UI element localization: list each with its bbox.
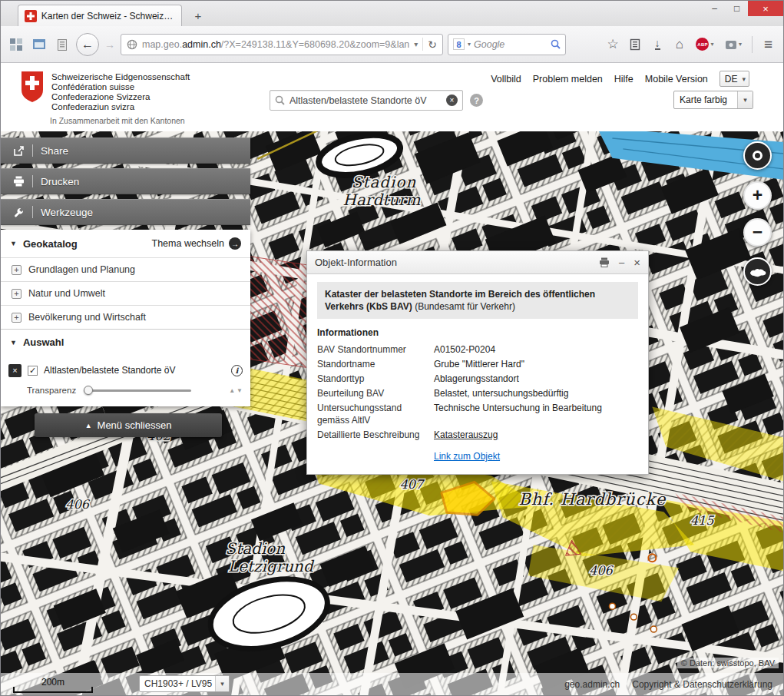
geoadmin-app: Stadion Hardturm Stadion Letzigrund Bhf.… <box>1 63 783 696</box>
menu-icon[interactable]: ≡ <box>759 35 777 54</box>
reload-button[interactable]: ↻ <box>428 38 437 51</box>
change-theme-link[interactable]: Thema wechseln → <box>152 237 242 250</box>
window-preview-icon[interactable] <box>30 35 48 54</box>
chevron-down-icon[interactable]: ▼ <box>10 339 17 346</box>
link-mobile-version[interactable]: Mobile Version <box>645 74 708 85</box>
clear-search-icon[interactable]: × <box>446 94 458 106</box>
transparency-label: Transparenz <box>27 386 76 395</box>
map-search-input[interactable] <box>289 95 442 106</box>
logo-text: Schweizerische Eidgenossenschaft Confédé… <box>51 71 190 112</box>
geolocate-button[interactable] <box>743 141 772 170</box>
catalog-item-label: Bevölkerung und Wirtschaft <box>28 312 146 323</box>
swiss-confederation-logo <box>21 71 44 103</box>
expand-plus-icon[interactable]: + <box>12 313 22 323</box>
window-minimize-button[interactable]: – <box>703 1 726 16</box>
search-engine-icon[interactable]: 8 <box>453 38 465 50</box>
slider-thumb[interactable] <box>84 386 93 395</box>
catalog-item-natur[interactable]: + Natur und Umwelt <box>1 281 250 305</box>
tools-button[interactable]: Werkzeuge <box>1 199 250 225</box>
catalog-item-grundlagen[interactable]: + Grundlagen und Planung <box>1 257 250 281</box>
chevron-down-icon: ▾ <box>739 41 742 48</box>
expand-plus-icon[interactable]: + <box>12 265 22 275</box>
share-icon <box>13 145 25 157</box>
link-hilfe[interactable]: Hilfe <box>614 74 633 85</box>
divider <box>32 206 33 218</box>
object-link[interactable]: Link zum Objekt <box>434 451 638 462</box>
printer-icon <box>13 176 25 187</box>
chevron-down-icon: ▾ <box>710 41 713 48</box>
nav-toolbar: ← → map.geo.admin.ch/?X=249138.11&Y=6806… <box>1 26 783 63</box>
catalog-panel: ▼ Geokatalog Thema wechseln → + Grundlag… <box>1 230 250 406</box>
tab-favicon-swiss-icon <box>25 10 37 22</box>
zoom-out-button[interactable]: − <box>743 218 772 247</box>
copyright-link[interactable]: Copyright & Datenschutzerklärung <box>632 679 772 690</box>
projection-select[interactable]: CH1903+ / LV95 ▾ <box>139 675 230 692</box>
print-icon[interactable] <box>599 257 610 267</box>
katasterauszug-link[interactable]: Katasterauszug <box>434 429 498 441</box>
adblock-button[interactable]: ABP ▾ <box>693 35 717 54</box>
popup-title: Objekt-Information <box>315 257 590 268</box>
map-search-box[interactable]: × <box>270 90 463 111</box>
back-button[interactable]: ← <box>76 33 99 56</box>
scale-bracket <box>13 687 93 693</box>
map-style-select[interactable]: Karte farbig ▾ <box>673 91 753 109</box>
close-menu-button[interactable]: ▲ Menü schliessen <box>35 413 222 437</box>
map-elevation-label: 415 <box>690 513 714 528</box>
new-tab-button[interactable]: + <box>188 8 208 24</box>
share-button[interactable]: Share <box>1 138 250 164</box>
help-icon[interactable]: ? <box>470 94 483 107</box>
expand-plus-icon[interactable]: + <box>12 289 22 299</box>
bookmarks-panel-icon[interactable] <box>626 35 644 54</box>
map-attribution[interactable]: © Daten: swisstopo, BAV <box>677 658 779 668</box>
layer-source-header: Kataster der belasteten Standorte im Ber… <box>317 282 638 319</box>
toolbar-icons: ☆ ↓ ⌂ ABP ▾ ▾ ≡ <box>604 35 777 54</box>
print-button[interactable]: Drucken <box>1 168 250 194</box>
selection-header[interactable]: Auswahl <box>23 336 241 348</box>
bottom-bar: 200m CH1903+ / LV95 ▾ geo.admin.ch Copyr… <box>1 673 783 696</box>
informationen-heading: Informationen <box>317 327 638 338</box>
search-icon[interactable] <box>551 39 561 49</box>
browser-search-input[interactable] <box>474 39 547 50</box>
remove-layer-icon[interactable]: × <box>8 364 22 377</box>
wrench-icon <box>13 207 25 218</box>
catalog-item-label: Natur und Umwelt <box>28 288 105 299</box>
layer-checkbox[interactable]: ✓ <box>28 366 38 376</box>
minimize-icon[interactable]: – <box>619 257 624 268</box>
popup-header[interactable]: Objekt-Information – × <box>307 251 648 274</box>
info-row: BAV StandortnummerA01502-P0204 <box>317 343 638 356</box>
download-icon[interactable]: ↓ <box>648 35 667 54</box>
move-layer-up-icon[interactable]: ▲ <box>229 387 235 394</box>
transparency-slider[interactable] <box>84 386 191 395</box>
slider-track[interactable] <box>84 389 191 392</box>
move-layer-down-icon[interactable]: ▼ <box>237 387 243 394</box>
map-label: Hardturm <box>343 191 421 209</box>
bookmark-star-icon[interactable]: ☆ <box>604 35 622 54</box>
zoom-in-button[interactable]: + <box>743 181 772 210</box>
browser-search-bar[interactable]: 8 ▾ <box>448 34 566 55</box>
geocatalog-header[interactable]: Geokatalog <box>23 238 146 250</box>
default-extent-button[interactable] <box>743 257 772 286</box>
url-dropdown-icon[interactable]: ▾ <box>414 40 418 48</box>
browser-tab[interactable]: Karten der Schweiz - Schweize... <box>18 5 182 26</box>
clipboard-icon[interactable] <box>53 35 71 54</box>
link-problem-melden[interactable]: Problem melden <box>533 74 603 85</box>
url-divider <box>422 38 423 51</box>
arrow-right-icon: → <box>229 237 241 250</box>
home-icon[interactable]: ⌂ <box>670 35 689 54</box>
close-icon[interactable]: × <box>633 256 640 269</box>
window-close-button[interactable]: × <box>748 1 783 16</box>
pages-icon[interactable] <box>7 35 25 54</box>
site-link[interactable]: geo.admin.ch <box>564 679 620 690</box>
chevron-down-icon[interactable]: ▼ <box>10 240 17 247</box>
layer-label[interactable]: Altlasten/belastete Standorte öV <box>44 365 225 376</box>
window-maximize-button[interactable]: □ <box>726 1 748 16</box>
catalog-item-bevoelkerung[interactable]: + Bevölkerung und Wirtschaft <box>1 305 250 329</box>
url-bar[interactable]: map.geo.admin.ch/?X=249138.11&Y=680698.2… <box>121 34 443 55</box>
addon-button[interactable]: ▾ <box>721 35 746 54</box>
link-vollbild[interactable]: Vollbild <box>491 74 521 85</box>
search-engine-dropdown-icon[interactable]: ▾ <box>468 41 471 48</box>
language-select[interactable]: DE ▾ <box>719 71 749 87</box>
layer-info-icon[interactable]: i <box>231 365 243 376</box>
forward-button[interactable]: → <box>104 38 116 51</box>
url-text: map.geo.admin.ch/?X=249138.11&Y=680698.2… <box>142 39 409 50</box>
